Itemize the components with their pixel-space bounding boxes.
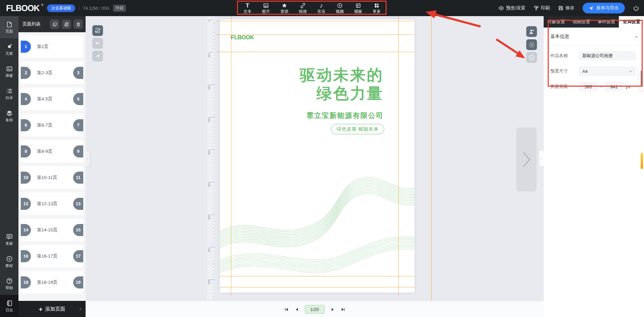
page-title-text[interactable]: 驱动未来的绿色力量 bbox=[300, 66, 384, 103]
panel-collapse-handle-left[interactable] bbox=[86, 151, 90, 167]
page-list-item[interactable]: 18 第18-19页 19 bbox=[21, 271, 83, 293]
text-icon: T bbox=[246, 3, 249, 8]
header-actions: 预览/设置 印刷 保存 发布与导出 bbox=[498, 0, 639, 16]
auto-translate-button[interactable]: A bbox=[92, 25, 103, 36]
panel-scrollbar-handle[interactable] bbox=[639, 66, 644, 91]
tool-shape[interactable]: 形状 bbox=[275, 0, 294, 16]
settings-panel: 对象设置 动画设置 事件设置 全局设置 基本信息 作品名称 预置尺寸 A4 bbox=[544, 16, 644, 317]
tool-link[interactable]: 链接 bbox=[294, 0, 312, 16]
invite-collaborator-button[interactable] bbox=[526, 26, 537, 37]
add-page-button[interactable]: + 添加页面 bbox=[18, 301, 86, 317]
tool-text[interactable]: T 文本 bbox=[238, 0, 257, 16]
page-tagline-pill[interactable]: 绿色发展 赋能未来 bbox=[331, 124, 384, 134]
page-indicator[interactable]: 1/20 bbox=[305, 305, 325, 314]
work-name-row: 作品名称 bbox=[550, 51, 639, 60]
canvas-footer-toolbar: 1/20 bbox=[86, 301, 544, 317]
chevron-down-icon bbox=[634, 35, 639, 39]
duplicate-page-button[interactable] bbox=[50, 19, 59, 29]
tab-object-settings[interactable]: 对象设置 bbox=[544, 16, 569, 28]
sidebar-item-catalog[interactable]: 目录 bbox=[0, 83, 18, 105]
delete-page-button[interactable] bbox=[73, 19, 83, 29]
sidebar-item-tutorial[interactable]: 教程 bbox=[0, 251, 18, 273]
sidebar-item-elements[interactable]: 元素 bbox=[0, 38, 18, 60]
page-width-input[interactable] bbox=[579, 82, 598, 91]
publish-export-label: 发布与导出 bbox=[596, 5, 619, 11]
page-height-input[interactable] bbox=[605, 82, 624, 91]
page-number-badge: 4 bbox=[21, 93, 31, 105]
play-icon bbox=[529, 54, 535, 61]
page-list-item[interactable]: 4 第4-5页 5 bbox=[21, 88, 83, 110]
page-number-badge: 3 bbox=[73, 67, 83, 79]
sidebar-label: 目录 bbox=[6, 96, 13, 100]
tab-global-settings[interactable]: 全局设置 bbox=[619, 16, 644, 28]
save-button[interactable]: 保存 bbox=[558, 5, 575, 11]
page-number-badge: 8 bbox=[21, 145, 31, 157]
tab-animation-settings[interactable]: 动画设置 bbox=[569, 16, 594, 28]
page-list-item[interactable]: 12 第12-13页 13 bbox=[21, 192, 83, 215]
sidebar-item-pages[interactable]: 页面 bbox=[0, 16, 18, 38]
align-tools bbox=[92, 301, 123, 317]
preview-play-button[interactable] bbox=[526, 52, 537, 63]
upgrade-badge[interactable]: 升级 bbox=[113, 5, 126, 12]
page-item-label: 第10-11页 bbox=[37, 166, 57, 189]
copy-icon bbox=[64, 22, 69, 27]
flbook-editor-app: FLBOOK® 企业基础版 74.12M / 20G 升级 T 文本 图片 形状… bbox=[0, 0, 644, 317]
sidebar-item-help[interactable]: 帮助 bbox=[0, 273, 18, 295]
publish-export-button[interactable]: 发布与导出 bbox=[583, 3, 625, 13]
page-item-label: 第8-9页 bbox=[37, 140, 53, 163]
page-list-item[interactable]: 8 第8-9页 9 bbox=[21, 140, 83, 163]
tool-label: 音乐 bbox=[317, 9, 326, 13]
page-list-item[interactable]: 1 第1页 bbox=[21, 35, 83, 58]
guide-line-vertical[interactable] bbox=[431, 16, 432, 301]
size-unit: px bbox=[626, 84, 631, 89]
tool-image[interactable]: 图片 bbox=[257, 0, 275, 16]
tool-label: 视频 bbox=[336, 9, 344, 13]
page-number-badge: 7 bbox=[73, 119, 83, 131]
undo-button[interactable] bbox=[92, 38, 103, 49]
sidebar-item-journal[interactable]: 日志 bbox=[0, 295, 18, 317]
window-scrollbar-thumb[interactable] bbox=[641, 153, 643, 169]
save-as-template-button[interactable] bbox=[526, 39, 537, 50]
page-number-badge: 2 bbox=[21, 67, 31, 79]
page-list-item[interactable]: 14 第14-15页 15 bbox=[21, 219, 83, 241]
preset-size-select[interactable]: A4 bbox=[579, 66, 636, 76]
sidebar-item-backup[interactable]: 备份 bbox=[0, 105, 18, 127]
page-list-item[interactable]: 16 第16-17页 17 bbox=[21, 245, 83, 267]
tool-template[interactable]: 模板 bbox=[349, 0, 367, 16]
panel-expand-handle-right[interactable] bbox=[539, 150, 544, 167]
sidebar-item-support[interactable]: 客服 bbox=[0, 228, 18, 251]
page-list-item[interactable]: 2 第2-3页 3 bbox=[21, 61, 83, 84]
last-page-button[interactable] bbox=[341, 307, 346, 312]
print-button[interactable]: 印刷 bbox=[534, 5, 550, 11]
page-number-badge: 13 bbox=[73, 198, 83, 210]
page-list-item[interactable]: 10 第10-11页 11 bbox=[21, 166, 83, 189]
tab-event-settings[interactable]: 事件设置 bbox=[594, 16, 619, 28]
flbook-logo[interactable]: FLBOOK bbox=[6, 4, 40, 12]
copy-page-button[interactable] bbox=[62, 19, 71, 29]
tool-music[interactable]: ♪ 音乐 bbox=[312, 0, 331, 16]
previous-page-button[interactable] bbox=[294, 307, 299, 312]
preset-size-value: A4 bbox=[582, 69, 588, 74]
sidebar-item-popup[interactable]: 弹窗 bbox=[0, 60, 18, 83]
print-label: 印刷 bbox=[541, 5, 550, 11]
next-page-button[interactable] bbox=[330, 307, 335, 312]
page-list-item[interactable]: 6 第6-7页 7 bbox=[21, 114, 83, 136]
person-add-icon bbox=[529, 29, 535, 35]
first-page-button[interactable] bbox=[284, 307, 289, 312]
catalog-icon bbox=[6, 88, 13, 94]
tool-label: 文本 bbox=[244, 9, 252, 13]
preview-settings-button[interactable]: 预览/设置 bbox=[498, 5, 526, 11]
tool-more[interactable]: 更多 bbox=[367, 0, 386, 16]
basic-info-section-header[interactable]: 基本信息 bbox=[550, 34, 639, 45]
undo-icon bbox=[95, 40, 101, 46]
document-page[interactable]: FLBOOK 驱动未来的绿色力量 霏立宝新能源有限公司 绿色发展 赋能未来 bbox=[220, 19, 414, 292]
work-name-input[interactable] bbox=[579, 51, 636, 60]
tool-video[interactable]: 视频 bbox=[331, 0, 349, 16]
help-icon bbox=[6, 278, 13, 284]
preset-size-label: 预置尺寸 bbox=[550, 68, 579, 74]
page-subtitle-text[interactable]: 霏立宝新能源有限公司 bbox=[306, 111, 384, 120]
next-page-flip-zone[interactable] bbox=[516, 128, 537, 191]
exit-power-button[interactable] bbox=[633, 5, 639, 11]
paper-plane-icon bbox=[589, 6, 594, 11]
redo-button[interactable] bbox=[92, 51, 103, 61]
